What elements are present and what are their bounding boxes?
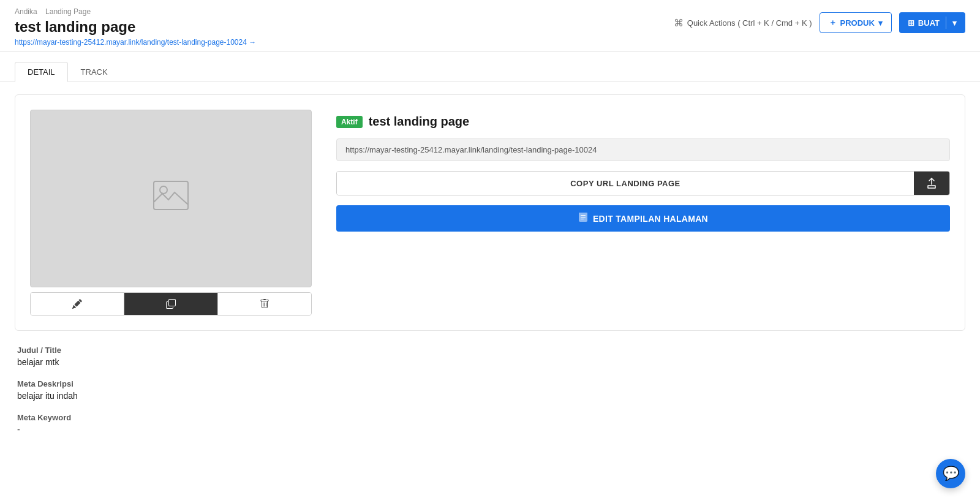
- breadcrumb-landing-page[interactable]: Landing Page: [45, 7, 91, 16]
- produk-label: PRODUK: [840, 18, 875, 28]
- landing-page-title: test landing page: [369, 115, 469, 129]
- top-header: Andika Landing Page test landing page ht…: [0, 0, 980, 52]
- edit-image-button[interactable]: [31, 293, 124, 315]
- quick-actions-label: Quick Actions ( Ctrl + K / Cmd + K ): [687, 18, 812, 28]
- produk-button[interactable]: ＋ PRODUK ▾: [820, 12, 892, 33]
- breadcrumb-andika[interactable]: Andika: [15, 7, 37, 16]
- meta-deskripsi-label: Meta Deskripsi: [17, 379, 963, 388]
- copy-url-row: COPY URL LANDING PAGE: [336, 171, 950, 195]
- copy-image-button[interactable]: [124, 293, 218, 315]
- title-section: Andika Landing Page test landing page ht…: [15, 7, 256, 47]
- svg-rect-2: [581, 215, 586, 216]
- image-placeholder-icon: [153, 180, 189, 217]
- tab-detail[interactable]: DETAIL: [15, 62, 68, 82]
- delete-image-button[interactable]: [218, 293, 311, 315]
- right-panel: Aktif test landing page https://mayar-te…: [336, 110, 950, 232]
- meta-judul-value: belajar mtk: [17, 357, 963, 367]
- url-display: https://mayar-testing-25412.mayar.link/l…: [336, 138, 950, 161]
- image-preview: [30, 110, 312, 287]
- meta-keyword-value: -: [17, 425, 963, 434]
- svg-rect-0: [154, 181, 188, 210]
- svg-rect-4: [581, 219, 584, 219]
- status-title-row: Aktif test landing page: [336, 115, 950, 129]
- image-actions: [30, 292, 312, 316]
- command-icon: ⌘: [674, 17, 684, 29]
- quick-actions[interactable]: ⌘ Quick Actions ( Ctrl + K / Cmd + K ): [674, 17, 812, 29]
- buat-label: BUAT: [918, 18, 940, 28]
- edit-icon: [578, 213, 588, 224]
- meta-section: Judul / Title belajar mtk Meta Deskripsi…: [15, 346, 965, 434]
- page-url-link[interactable]: https://mayar-testing-25412.mayar.link/l…: [15, 38, 256, 47]
- main-content: Aktif test landing page https://mayar-te…: [0, 82, 980, 459]
- svg-rect-3: [581, 217, 586, 217]
- meta-judul-label: Judul / Title: [17, 346, 963, 355]
- chevron-down-icon: ▾: [878, 18, 883, 28]
- meta-deskripsi: Meta Deskripsi belajar itu indah: [17, 379, 963, 401]
- tab-track[interactable]: TRACK: [68, 62, 121, 82]
- share-button[interactable]: [914, 172, 949, 195]
- edit-halaman-label: EDIT TAMPILAN HALAMAN: [593, 214, 708, 224]
- buat-plus-icon: ⊞: [908, 18, 914, 28]
- card-inner: Aktif test landing page https://mayar-te…: [30, 110, 950, 316]
- copy-url-button[interactable]: COPY URL LANDING PAGE: [337, 172, 914, 195]
- meta-keyword: Meta Keyword -: [17, 413, 963, 434]
- meta-judul: Judul / Title belajar mtk: [17, 346, 963, 367]
- image-preview-wrap: [30, 110, 312, 316]
- buat-button[interactable]: ⊞ BUAT ▾: [899, 12, 965, 33]
- svg-point-1: [160, 186, 167, 194]
- buat-chevron-icon: ▾: [952, 18, 957, 28]
- content-card: Aktif test landing page https://mayar-te…: [15, 94, 965, 331]
- breadcrumb: Andika Landing Page: [15, 7, 256, 16]
- plus-icon: ＋: [829, 17, 837, 28]
- btn-divider: [946, 17, 946, 29]
- edit-halaman-button[interactable]: EDIT TAMPILAN HALAMAN: [336, 205, 950, 232]
- page-title: test landing page: [15, 18, 256, 36]
- header-actions: ⌘ Quick Actions ( Ctrl + K / Cmd + K ) ＋…: [674, 12, 965, 33]
- meta-deskripsi-value: belajar itu indah: [17, 391, 963, 401]
- tabs-row: DETAIL TRACK: [0, 52, 980, 82]
- status-badge: Aktif: [336, 116, 363, 128]
- meta-keyword-label: Meta Keyword: [17, 413, 963, 422]
